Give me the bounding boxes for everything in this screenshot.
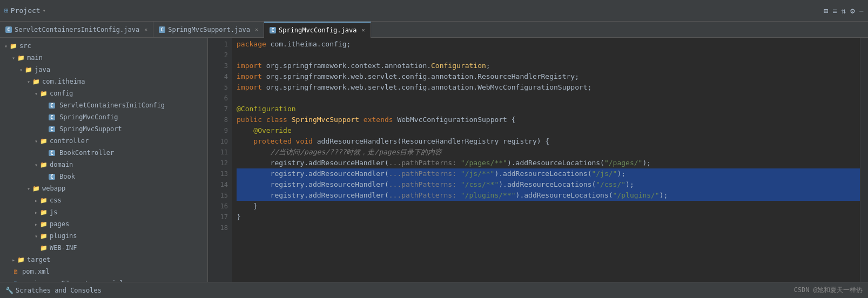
- sort-icon[interactable]: ≡: [832, 6, 837, 15]
- line-num-2: 2: [208, 50, 228, 60]
- tree-item-src[interactable]: ▾ 📁 src: [0, 40, 207, 52]
- tree-label: js: [50, 208, 57, 216]
- tab-label: ServletContainersInitConfig.java: [15, 26, 139, 33]
- code-content: package com.itheima.config; import org.s…: [232, 38, 860, 282]
- folder-icon: 📁: [40, 90, 48, 97]
- tree-item-config[interactable]: ▾ 📁 config: [0, 87, 207, 99]
- tree-label: domain: [50, 161, 73, 168]
- tree-item-js[interactable]: ▸ 📁 js: [0, 206, 207, 218]
- tree-label: Book: [59, 173, 75, 180]
- arrow-icon: ▾: [2, 43, 10, 49]
- close-tab-icon[interactable]: ✕: [255, 26, 258, 32]
- close-tab-icon[interactable]: ✕: [144, 26, 147, 32]
- tree-label: pages: [50, 220, 69, 228]
- watermark: CSDN @她和夏天一样热: [794, 286, 863, 295]
- folder-icon: ⊞: [4, 6, 9, 15]
- code-line-1: package com.itheima.config;: [237, 39, 860, 50]
- xml-file-icon: 🗎: [13, 268, 19, 275]
- arrow-icon: ▸: [32, 209, 40, 215]
- line-num-3: 3: [208, 60, 228, 71]
- code-line-11: //当访问/pages/????时候，走/pages目录下的内容: [237, 147, 860, 158]
- tree-item-java[interactable]: ▾ 📁 java: [0, 64, 207, 76]
- tree-item-target[interactable]: ▸ 📁 target: [0, 254, 207, 266]
- close-tab-icon[interactable]: ✕: [361, 27, 365, 33]
- tree-label: config: [50, 90, 73, 97]
- code-line-9: @Override: [237, 125, 860, 136]
- line-num-16: 16: [208, 201, 228, 212]
- folder-icon: 📁: [10, 43, 17, 50]
- arrow-icon: ▾: [32, 91, 40, 97]
- java-class-icon: C: [49, 114, 55, 120]
- layout-icon[interactable]: ⊞: [824, 6, 828, 15]
- tree-item-pom[interactable]: 🗎 pom.xml: [0, 266, 207, 277]
- tree-item-com-itheima[interactable]: ▾ 📁 com.itheima: [0, 76, 207, 87]
- java-class-icon: C: [49, 126, 55, 132]
- settings-icon[interactable]: ⚙: [850, 6, 854, 15]
- folder-icon: 📁: [40, 221, 48, 228]
- folder-icon: 📁: [40, 233, 48, 240]
- java-class-icon: C: [49, 174, 55, 180]
- tree-item-iml[interactable]: 🗎 springmvc_07_rest_case.iml: [0, 277, 207, 282]
- tree-item-webapp[interactable]: ▾ 📁 webapp: [0, 182, 207, 194]
- arrow-icon: ▾: [32, 138, 40, 144]
- tab-label: SpringMvcSupport.java: [168, 26, 250, 33]
- line-num-17: 17: [208, 212, 228, 222]
- scratches-and-consoles[interactable]: 🔧 Scratches and Consoles: [5, 287, 102, 294]
- folder-icon: 📁: [40, 245, 48, 252]
- tree-label: SpringMvcSupport: [59, 125, 122, 133]
- tree-item-plugins[interactable]: ▾ 📁 plugins: [0, 230, 207, 242]
- code-line-10: protected void addResourceHandlers(Resou…: [237, 136, 860, 147]
- tree-label: controller: [50, 137, 89, 145]
- line-num-4: 4: [208, 71, 228, 82]
- tree-label: SpringMvcConfig: [59, 113, 118, 121]
- arrow-icon: ▾: [32, 162, 40, 168]
- top-bar: ⊞ Project ▾ ⊞ ≡ ⇅ ⚙ −: [0, 0, 868, 22]
- code-editor[interactable]: 1 2 3 4 5 6 7 8 🌿9 🔵@10 11 12 13 14 15 1…: [208, 38, 868, 282]
- code-line-17: }: [237, 212, 860, 222]
- arrow-icon: ▾: [25, 186, 32, 192]
- tree-item-css[interactable]: ▸ 📁 css: [0, 194, 207, 206]
- java-file-icon: C: [270, 27, 276, 33]
- tree-item-domain[interactable]: ▾ 📁 domain: [0, 159, 207, 171]
- code-line-3: import org.springframework.context.annot…: [237, 60, 860, 71]
- arrow-icon: ▾: [17, 67, 25, 73]
- tree-label: pom.xml: [22, 268, 50, 275]
- scratch-bottom-icon: 🔧: [5, 287, 14, 294]
- arrow-icon: ▸: [10, 257, 17, 263]
- tree-item-main[interactable]: ▾ 📁 main: [0, 52, 207, 64]
- tree-item-spring-mvc-support[interactable]: C SpringMvcSupport: [0, 123, 207, 135]
- line-num-12: 12: [208, 158, 228, 168]
- tab-label: SpringMvcConfig.java: [279, 26, 357, 34]
- tree-item-controller[interactable]: ▾ 📁 controller: [0, 135, 207, 147]
- tree-item-spring-mvc-config[interactable]: C SpringMvcConfig: [0, 111, 207, 123]
- chevron-down-icon: ▾: [43, 8, 46, 13]
- collapse-icon[interactable]: ⇅: [842, 6, 846, 15]
- tree-item-book-controller[interactable]: C BookController: [0, 147, 207, 159]
- code-line-2: [237, 50, 860, 60]
- tab-spring-mvc-support[interactable]: C SpringMvcSupport.java ✕: [153, 22, 264, 38]
- minimize-icon[interactable]: −: [859, 6, 864, 15]
- line-num-18: 18: [208, 222, 228, 233]
- line-num-7: 7: [208, 104, 228, 114]
- tree-item-servlet-containers[interactable]: C ServletContainersInitConfig: [0, 99, 207, 111]
- tree-label: WEB-INF: [50, 244, 77, 252]
- tree-label: com.itheima: [42, 78, 85, 85]
- project-sidebar: ▾ 📁 src ▾ 📁 main ▾ 📁 java ▾ 📁 com.itheim…: [0, 38, 208, 282]
- top-bar-icons: ⊞ ≡ ⇅ ⚙ −: [824, 6, 864, 15]
- folder-icon: 📁: [40, 138, 48, 145]
- tab-servlet-containers-init[interactable]: C ServletContainersInitConfig.java ✕: [0, 22, 153, 38]
- line-num-8: 8: [208, 114, 228, 125]
- tab-spring-mvc-config[interactable]: C SpringMvcConfig.java ✕: [264, 22, 371, 38]
- project-panel-header[interactable]: ⊞ Project ▾: [4, 6, 46, 15]
- folder-icon: 📁: [17, 256, 25, 263]
- tree-item-web-inf[interactable]: 📁 WEB-INF: [0, 242, 207, 254]
- line-num-1: 1: [208, 39, 228, 50]
- arrow-icon: ▾: [10, 55, 17, 61]
- java-file-icon: C: [159, 26, 165, 33]
- code-line-15: registry.addResourceHandler(...pathPatte…: [237, 190, 860, 201]
- tree-item-book[interactable]: C Book: [0, 171, 207, 182]
- code-line-13: registry.addResourceHandler(...pathPatte…: [237, 168, 860, 179]
- java-file-icon: C: [5, 26, 12, 33]
- tree-item-pages[interactable]: ▸ 📁 pages: [0, 218, 207, 230]
- folder-icon: 📁: [25, 66, 32, 73]
